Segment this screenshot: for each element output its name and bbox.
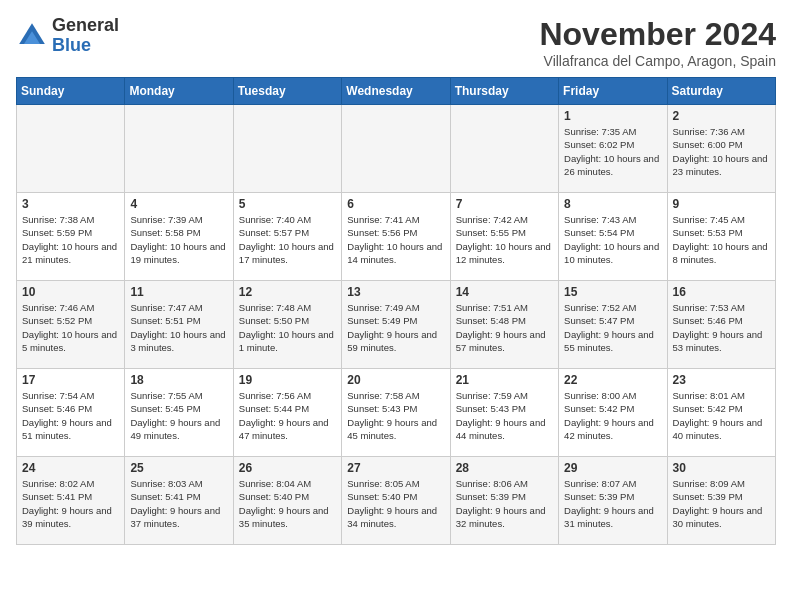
calendar-cell: 27Sunrise: 8:05 AMSunset: 5:40 PMDayligh… (342, 457, 450, 545)
day-number: 29 (564, 461, 661, 475)
calendar-cell: 24Sunrise: 8:02 AMSunset: 5:41 PMDayligh… (17, 457, 125, 545)
day-number: 4 (130, 197, 227, 211)
day-number: 26 (239, 461, 336, 475)
calendar-cell: 23Sunrise: 8:01 AMSunset: 5:42 PMDayligh… (667, 369, 775, 457)
calendar-cell: 14Sunrise: 7:51 AMSunset: 5:48 PMDayligh… (450, 281, 558, 369)
day-number: 1 (564, 109, 661, 123)
day-info: Sunrise: 7:42 AMSunset: 5:55 PMDaylight:… (456, 213, 553, 266)
day-info: Sunrise: 7:41 AMSunset: 5:56 PMDaylight:… (347, 213, 444, 266)
weekday-header-row: SundayMondayTuesdayWednesdayThursdayFrid… (17, 78, 776, 105)
day-info: Sunrise: 7:43 AMSunset: 5:54 PMDaylight:… (564, 213, 661, 266)
weekday-header-thursday: Thursday (450, 78, 558, 105)
calendar-cell: 4Sunrise: 7:39 AMSunset: 5:58 PMDaylight… (125, 193, 233, 281)
calendar-week-4: 17Sunrise: 7:54 AMSunset: 5:46 PMDayligh… (17, 369, 776, 457)
day-number: 5 (239, 197, 336, 211)
calendar-cell: 17Sunrise: 7:54 AMSunset: 5:46 PMDayligh… (17, 369, 125, 457)
calendar-cell: 11Sunrise: 7:47 AMSunset: 5:51 PMDayligh… (125, 281, 233, 369)
weekday-header-monday: Monday (125, 78, 233, 105)
day-info: Sunrise: 7:56 AMSunset: 5:44 PMDaylight:… (239, 389, 336, 442)
weekday-header-wednesday: Wednesday (342, 78, 450, 105)
day-number: 12 (239, 285, 336, 299)
calendar-cell: 13Sunrise: 7:49 AMSunset: 5:49 PMDayligh… (342, 281, 450, 369)
calendar-cell: 16Sunrise: 7:53 AMSunset: 5:46 PMDayligh… (667, 281, 775, 369)
calendar-table: SundayMondayTuesdayWednesdayThursdayFrid… (16, 77, 776, 545)
day-number: 23 (673, 373, 770, 387)
calendar-cell: 9Sunrise: 7:45 AMSunset: 5:53 PMDaylight… (667, 193, 775, 281)
day-number: 21 (456, 373, 553, 387)
day-number: 25 (130, 461, 227, 475)
day-info: Sunrise: 7:38 AMSunset: 5:59 PMDaylight:… (22, 213, 119, 266)
day-info: Sunrise: 7:36 AMSunset: 6:00 PMDaylight:… (673, 125, 770, 178)
month-title: November 2024 (539, 16, 776, 53)
logo-text: General Blue (52, 16, 119, 56)
day-number: 17 (22, 373, 119, 387)
day-info: Sunrise: 8:09 AMSunset: 5:39 PMDaylight:… (673, 477, 770, 530)
day-number: 18 (130, 373, 227, 387)
day-number: 30 (673, 461, 770, 475)
calendar-cell: 21Sunrise: 7:59 AMSunset: 5:43 PMDayligh… (450, 369, 558, 457)
day-info: Sunrise: 7:58 AMSunset: 5:43 PMDaylight:… (347, 389, 444, 442)
day-info: Sunrise: 8:02 AMSunset: 5:41 PMDaylight:… (22, 477, 119, 530)
calendar-cell: 29Sunrise: 8:07 AMSunset: 5:39 PMDayligh… (559, 457, 667, 545)
calendar-cell: 12Sunrise: 7:48 AMSunset: 5:50 PMDayligh… (233, 281, 341, 369)
day-number: 2 (673, 109, 770, 123)
day-info: Sunrise: 7:46 AMSunset: 5:52 PMDaylight:… (22, 301, 119, 354)
calendar-cell: 25Sunrise: 8:03 AMSunset: 5:41 PMDayligh… (125, 457, 233, 545)
calendar-cell: 22Sunrise: 8:00 AMSunset: 5:42 PMDayligh… (559, 369, 667, 457)
page-header: General Blue November 2024 Villafranca d… (16, 16, 776, 69)
day-number: 27 (347, 461, 444, 475)
day-number: 28 (456, 461, 553, 475)
day-info: Sunrise: 7:35 AMSunset: 6:02 PMDaylight:… (564, 125, 661, 178)
calendar-cell (125, 105, 233, 193)
day-info: Sunrise: 8:07 AMSunset: 5:39 PMDaylight:… (564, 477, 661, 530)
calendar-cell: 3Sunrise: 7:38 AMSunset: 5:59 PMDaylight… (17, 193, 125, 281)
day-number: 3 (22, 197, 119, 211)
day-number: 8 (564, 197, 661, 211)
day-number: 6 (347, 197, 444, 211)
calendar-cell (233, 105, 341, 193)
calendar-cell: 8Sunrise: 7:43 AMSunset: 5:54 PMDaylight… (559, 193, 667, 281)
day-info: Sunrise: 8:05 AMSunset: 5:40 PMDaylight:… (347, 477, 444, 530)
day-number: 24 (22, 461, 119, 475)
day-info: Sunrise: 7:49 AMSunset: 5:49 PMDaylight:… (347, 301, 444, 354)
day-info: Sunrise: 7:51 AMSunset: 5:48 PMDaylight:… (456, 301, 553, 354)
day-info: Sunrise: 8:01 AMSunset: 5:42 PMDaylight:… (673, 389, 770, 442)
location: Villafranca del Campo, Aragon, Spain (539, 53, 776, 69)
day-info: Sunrise: 8:04 AMSunset: 5:40 PMDaylight:… (239, 477, 336, 530)
calendar-cell: 10Sunrise: 7:46 AMSunset: 5:52 PMDayligh… (17, 281, 125, 369)
calendar-week-1: 1Sunrise: 7:35 AMSunset: 6:02 PMDaylight… (17, 105, 776, 193)
calendar-week-2: 3Sunrise: 7:38 AMSunset: 5:59 PMDaylight… (17, 193, 776, 281)
calendar-cell: 1Sunrise: 7:35 AMSunset: 6:02 PMDaylight… (559, 105, 667, 193)
day-info: Sunrise: 7:45 AMSunset: 5:53 PMDaylight:… (673, 213, 770, 266)
calendar-week-5: 24Sunrise: 8:02 AMSunset: 5:41 PMDayligh… (17, 457, 776, 545)
weekday-header-friday: Friday (559, 78, 667, 105)
day-info: Sunrise: 8:06 AMSunset: 5:39 PMDaylight:… (456, 477, 553, 530)
calendar-cell (450, 105, 558, 193)
title-block: November 2024 Villafranca del Campo, Ara… (539, 16, 776, 69)
calendar-cell: 15Sunrise: 7:52 AMSunset: 5:47 PMDayligh… (559, 281, 667, 369)
day-info: Sunrise: 7:48 AMSunset: 5:50 PMDaylight:… (239, 301, 336, 354)
day-info: Sunrise: 8:00 AMSunset: 5:42 PMDaylight:… (564, 389, 661, 442)
day-number: 9 (673, 197, 770, 211)
day-number: 16 (673, 285, 770, 299)
day-number: 15 (564, 285, 661, 299)
calendar-cell: 19Sunrise: 7:56 AMSunset: 5:44 PMDayligh… (233, 369, 341, 457)
day-info: Sunrise: 8:03 AMSunset: 5:41 PMDaylight:… (130, 477, 227, 530)
calendar-cell: 20Sunrise: 7:58 AMSunset: 5:43 PMDayligh… (342, 369, 450, 457)
day-number: 22 (564, 373, 661, 387)
day-number: 19 (239, 373, 336, 387)
day-info: Sunrise: 7:55 AMSunset: 5:45 PMDaylight:… (130, 389, 227, 442)
day-number: 14 (456, 285, 553, 299)
day-info: Sunrise: 7:54 AMSunset: 5:46 PMDaylight:… (22, 389, 119, 442)
day-info: Sunrise: 7:53 AMSunset: 5:46 PMDaylight:… (673, 301, 770, 354)
calendar-cell: 5Sunrise: 7:40 AMSunset: 5:57 PMDaylight… (233, 193, 341, 281)
calendar-cell: 7Sunrise: 7:42 AMSunset: 5:55 PMDaylight… (450, 193, 558, 281)
day-number: 11 (130, 285, 227, 299)
calendar-cell: 18Sunrise: 7:55 AMSunset: 5:45 PMDayligh… (125, 369, 233, 457)
calendar-week-3: 10Sunrise: 7:46 AMSunset: 5:52 PMDayligh… (17, 281, 776, 369)
weekday-header-tuesday: Tuesday (233, 78, 341, 105)
logo: General Blue (16, 16, 119, 56)
day-number: 7 (456, 197, 553, 211)
calendar-cell: 2Sunrise: 7:36 AMSunset: 6:00 PMDaylight… (667, 105, 775, 193)
day-number: 20 (347, 373, 444, 387)
